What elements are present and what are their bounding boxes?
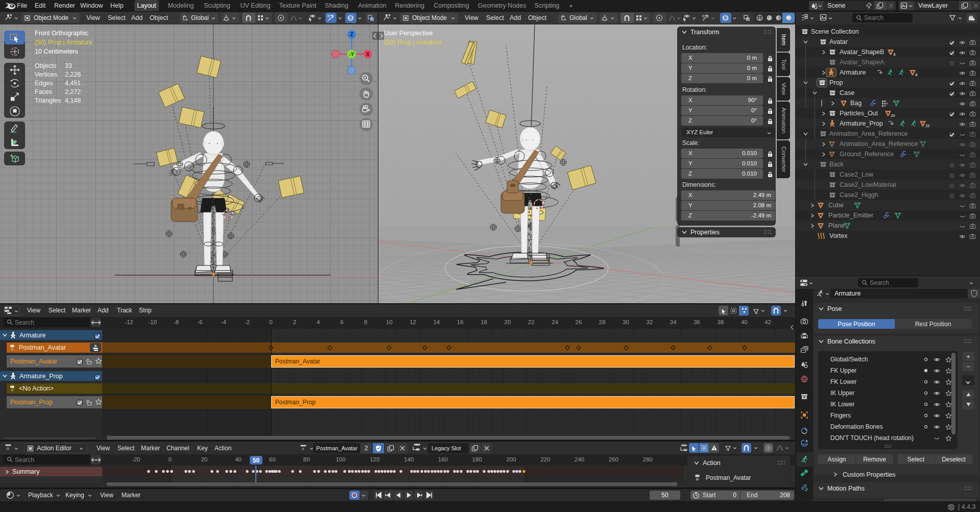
svg-text:8: 8	[916, 73, 918, 77]
svg-text:-Y: -Y	[349, 52, 354, 57]
svg-text:Z: Z	[350, 32, 353, 37]
svg-text:X: X	[366, 52, 370, 57]
svg-text:20: 20	[891, 114, 895, 117]
svg-text:8: 8	[894, 53, 896, 56]
svg-text:22: 22	[926, 124, 930, 128]
